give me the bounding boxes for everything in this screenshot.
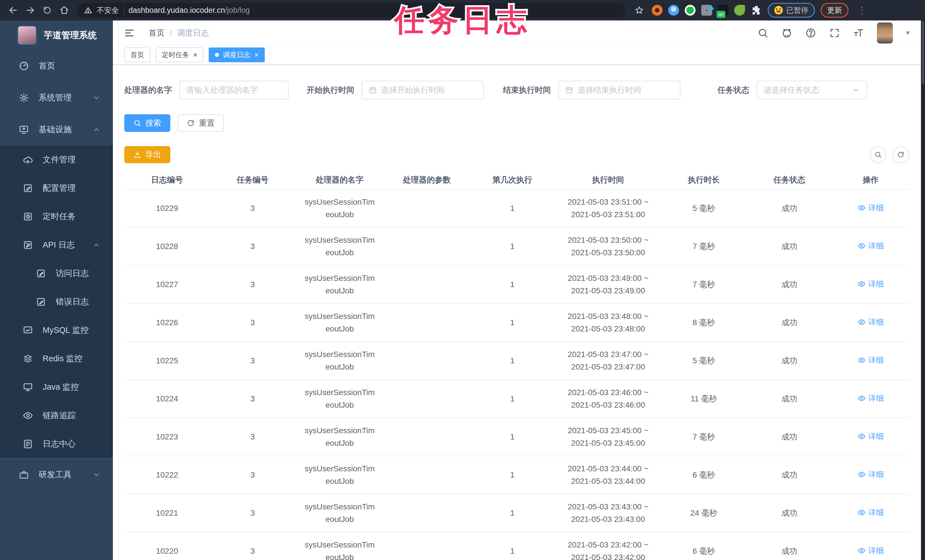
github-icon[interactable] <box>781 27 792 38</box>
cell-log-id: 10228 <box>124 227 210 265</box>
tag-scheduled-jobs[interactable]: 定时任务 × <box>155 47 203 62</box>
col-execute-index: 第几次执行 <box>470 170 555 189</box>
tag-job-log[interactable]: 调度日志 × <box>209 47 265 62</box>
cell-execute-time: 2021-05-03 23:47:00 ~2021-05-03 23:47:00 <box>555 342 661 380</box>
extension-grid-icon[interactable] <box>701 5 712 16</box>
breadcrumb-home[interactable]: 首页 <box>149 27 165 38</box>
address-bar[interactable]: 不安全 dashboard.yudao.iocoder.cn/job/log <box>77 3 626 18</box>
bookmark-star-icon[interactable] <box>632 3 646 18</box>
hamburger-icon[interactable] <box>124 27 135 39</box>
end-time-input[interactable]: 选择结束执行时间 <box>558 81 681 99</box>
sidebar-item-tracing[interactable]: 链路追踪 <box>0 401 113 430</box>
search-button[interactable]: 搜索 <box>124 114 170 132</box>
filter-handler-name: 处理器的名字 请输入处理器的名字 <box>124 81 289 99</box>
reload-icon[interactable] <box>40 3 54 18</box>
sidebar-item-api-log[interactable]: API 日志 <box>0 231 113 259</box>
cell-job-id: 3 <box>210 304 295 342</box>
detail-link[interactable]: 详细 <box>857 278 884 290</box>
extension-leaf-icon[interactable] <box>734 5 745 16</box>
update-button[interactable]: 更新 <box>821 3 848 18</box>
profile-paused-badge[interactable]: 已暂停 <box>768 3 815 18</box>
sidebar-item-config-management[interactable]: 配置管理 <box>0 174 113 202</box>
extension-green-icon[interactable] <box>685 5 696 16</box>
home-icon[interactable] <box>57 3 72 18</box>
detail-link[interactable]: 详细 <box>857 430 884 443</box>
handler-name-input[interactable]: 请输入处理器的名字 <box>179 81 289 99</box>
app-logo-row[interactable]: 芋道管理系统 <box>0 21 113 50</box>
user-avatar[interactable] <box>877 23 893 44</box>
sidebar-item-java-monitor[interactable]: Java 监控 <box>0 373 113 401</box>
export-button[interactable]: 导出 <box>124 146 170 163</box>
detail-link[interactable]: 详细 <box>857 544 884 557</box>
tag-home[interactable]: 首页 <box>124 47 151 62</box>
detail-link[interactable]: 详细 <box>857 468 884 481</box>
detail-link[interactable]: 详细 <box>857 202 884 214</box>
extension-adblock-icon[interactable] <box>652 5 663 16</box>
cell-log-id: 10220 <box>124 532 210 560</box>
cell-actions: 详细 <box>832 380 909 418</box>
chart-icon <box>23 325 33 336</box>
sidebar-item-error-log[interactable]: 错误日志 <box>0 288 113 316</box>
sidebar-item-home[interactable]: 首页 <box>0 50 113 82</box>
refresh-table-button[interactable] <box>893 146 909 163</box>
fullscreen-icon[interactable] <box>829 27 840 38</box>
close-icon[interactable]: × <box>254 51 259 59</box>
cell-handler-param <box>384 189 470 227</box>
document-lines-icon <box>23 439 33 449</box>
sidebar-item-access-log[interactable]: 访问日志 <box>0 259 113 288</box>
cell-log-id: 10224 <box>124 380 210 418</box>
cell-job-id: 3 <box>210 494 295 532</box>
toggle-search-button[interactable] <box>870 146 886 163</box>
gear-icon <box>19 93 29 103</box>
cell-handler-param <box>384 380 470 418</box>
sidebar-item-file-management[interactable]: 文件管理 <box>0 146 113 174</box>
cell-handler-name: sysUserSessionTimeoutJob <box>295 380 384 418</box>
sidebar-submenu-infrastructure: 文件管理 配置管理 定时任务 API 日志 访问日志 错误日志 MySQL 监控 <box>0 146 113 459</box>
job-status-select[interactable]: 请选择任务状态 <box>757 81 867 99</box>
eye-icon <box>857 470 866 479</box>
eye-icon <box>857 394 866 402</box>
begin-time-input[interactable]: 选择开始执行时间 <box>362 81 484 99</box>
extension-drop-icon[interactable] <box>668 5 679 16</box>
detail-link[interactable]: 详细 <box>857 392 884 405</box>
sidebar-item-scheduled-jobs[interactable]: 定时任务 <box>0 202 113 231</box>
reset-button[interactable]: 重置 <box>178 114 224 132</box>
sidebar-item-mysql-monitor[interactable]: MySQL 监控 <box>0 316 113 345</box>
infrastructure-icon <box>19 125 29 135</box>
search-icon[interactable] <box>758 27 768 38</box>
sidebar-item-infrastructure[interactable]: 基础设施 <box>0 114 113 146</box>
security-chip[interactable]: 不安全 <box>97 5 119 15</box>
sidebar-item-dev-tools[interactable]: 研发工具 <box>0 459 113 491</box>
eye-icon <box>857 280 866 288</box>
page-scrollbar[interactable] <box>920 21 925 560</box>
cell-handler-param <box>384 456 470 494</box>
detail-link[interactable]: 详细 <box>857 239 884 252</box>
back-icon[interactable] <box>6 3 21 18</box>
cell-actions: 详细 <box>832 304 909 342</box>
help-icon[interactable] <box>805 27 816 38</box>
detail-link[interactable]: 详细 <box>857 354 884 366</box>
browser-menu-icon[interactable]: ⋮ <box>854 5 869 16</box>
close-icon[interactable]: × <box>193 51 197 59</box>
cell-handler-param <box>384 304 470 342</box>
cell-handler-name: sysUserSessionTimeoutJob <box>295 418 384 456</box>
table-toolbar: 导出 <box>124 146 909 163</box>
sidebar-item-redis-monitor[interactable]: Redis 监控 <box>0 345 113 373</box>
col-execute-time: 执行时间 <box>555 170 661 189</box>
detail-link[interactable]: 详细 <box>857 316 884 328</box>
sidebar-item-log-center[interactable]: 日志中心 <box>0 430 113 458</box>
user-menu-caret-icon[interactable]: ▾ <box>906 29 910 37</box>
forward-icon[interactable] <box>23 3 38 18</box>
col-log-id: 日志编号 <box>124 170 210 189</box>
font-size-icon[interactable] <box>853 27 864 38</box>
extensions-puzzle-icon[interactable] <box>751 5 762 16</box>
extension-switch-icon[interactable]: on <box>718 5 729 16</box>
sidebar-item-system[interactable]: 系统管理 <box>0 82 113 114</box>
detail-link[interactable]: 详细 <box>857 506 884 519</box>
active-dot <box>215 53 219 57</box>
cell-handler-name: sysUserSessionTimeoutJob <box>295 494 384 532</box>
cell-log-id: 10221 <box>124 494 210 532</box>
scrollbar-thumb[interactable] <box>922 21 924 84</box>
cell-execute-time: 2021-05-03 23:44:00 ~2021-05-03 23:44:00 <box>555 456 661 494</box>
cell-execute-time: 2021-05-03 23:45:00 ~2021-05-03 23:45:00 <box>555 418 661 456</box>
